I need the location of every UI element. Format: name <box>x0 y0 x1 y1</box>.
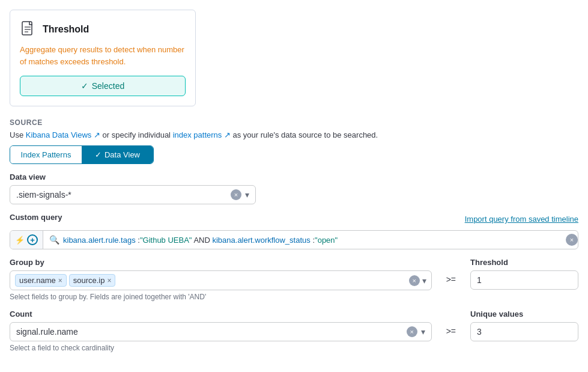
threshold-label: Threshold <box>470 258 578 267</box>
group-by-label: Group by <box>10 258 432 267</box>
tab-data-view-label: Data View <box>105 150 140 159</box>
source-desc-suffix: as your rule's data source to be searche… <box>231 130 378 139</box>
tab-index-patterns[interactable]: Index Patterns <box>10 146 82 163</box>
group-by-chevron-icon[interactable]: ▾ <box>422 276 426 285</box>
unique-operator: >= <box>446 309 456 336</box>
query-text: kibana.alert.rule.tags :"Github UEBA" AN… <box>63 236 560 245</box>
group-by-hint: Select fields to group by. Fields are jo… <box>10 293 432 301</box>
threshold-input[interactable] <box>470 270 578 290</box>
source-tab-group: Index Patterns ✓ Data View <box>10 145 154 164</box>
count-controls: × ▾ <box>407 326 425 337</box>
source-ip-tag: source.ip × <box>69 274 116 287</box>
source-label: Source <box>10 118 578 127</box>
check-icon: ✓ <box>81 81 88 91</box>
threshold-card: Threshold Aggregate query results to det… <box>10 10 196 106</box>
threshold-card-header: Threshold <box>20 20 186 39</box>
count-field[interactable]: signal.rule.name × ▾ <box>10 322 432 341</box>
unique-values-input[interactable] <box>470 322 578 341</box>
unique-values-label: Unique values <box>470 309 578 319</box>
data-view-controls: × ▾ <box>231 189 249 200</box>
data-view-select[interactable]: .siem-signals-* × ▾ <box>10 185 256 204</box>
custom-query-label: Custom query <box>10 213 62 222</box>
source-desc-prefix: Use <box>10 130 26 139</box>
group-by-field[interactable]: user.name × source.ip × × ▾ <box>10 270 432 290</box>
tab-index-patterns-label: Index Patterns <box>21 150 71 159</box>
selected-button[interactable]: ✓ Selected <box>20 76 186 96</box>
source-desc-middle: or specify individual <box>100 130 173 139</box>
source-section: Source Use Kibana Data Views ↗ or specif… <box>10 118 578 164</box>
check-circle-icon: ✓ <box>95 150 102 159</box>
source-description: Use Kibana Data Views ↗ or specify indiv… <box>10 130 578 139</box>
count-unique-row: Count signal.rule.name × ▾ Select a fiel… <box>10 309 578 352</box>
tab-data-view[interactable]: ✓ Data View <box>82 146 153 163</box>
group-by-clear-button[interactable]: × <box>409 275 420 286</box>
user-name-tag-remove[interactable]: × <box>58 276 62 285</box>
selected-label: Selected <box>92 81 124 91</box>
query-input-area[interactable]: 🔍 kibana.alert.rule.tags :"Github UEBA" … <box>43 231 566 248</box>
filter-icon[interactable]: ⚡ <box>15 236 25 245</box>
chevron-down-icon[interactable]: ▾ <box>245 190 249 200</box>
user-name-tag-label: user.name <box>19 276 56 285</box>
import-timeline-link[interactable]: Import query from saved timeline <box>465 215 578 224</box>
count-chevron-icon[interactable]: ▾ <box>421 327 425 337</box>
search-icon: 🔍 <box>49 235 59 245</box>
kibana-data-views-link[interactable]: Kibana Data Views ↗ <box>26 130 100 139</box>
add-filter-button[interactable]: + <box>27 234 38 245</box>
unique-values-col: Unique values <box>470 309 578 341</box>
group-threshold-row: Group by user.name × source.ip × × ▾ Sel… <box>10 258 578 301</box>
source-ip-tag-label: source.ip <box>73 276 105 285</box>
data-view-clear-button[interactable]: × <box>231 189 241 200</box>
index-patterns-link[interactable]: index patterns ↗ <box>173 130 231 139</box>
user-name-tag: user.name × <box>15 274 67 287</box>
document-icon <box>20 20 37 39</box>
threshold-card-title: Threshold <box>43 24 89 35</box>
svg-rect-0 <box>22 22 32 35</box>
group-by-col: Group by user.name × source.ip × × ▾ Sel… <box>10 258 432 301</box>
threshold-col: Threshold <box>470 258 578 290</box>
group-by-controls: × ▾ <box>409 275 426 286</box>
count-hint: Select a field to check cardinality <box>10 344 432 352</box>
query-clear-button[interactable]: × <box>566 234 578 246</box>
threshold-operator: >= <box>446 258 456 284</box>
count-value: signal.rule.name <box>16 327 407 337</box>
threshold-card-desc: Aggregate query results to detect when n… <box>20 44 186 67</box>
count-col: Count signal.rule.name × ▾ Select a fiel… <box>10 309 432 352</box>
source-ip-tag-remove[interactable]: × <box>107 276 111 285</box>
data-view-label: Data view <box>10 172 578 181</box>
data-view-section: Data view .siem-signals-* × ▾ <box>10 172 578 204</box>
custom-query-section: Custom query Import query from saved tim… <box>10 213 578 249</box>
custom-query-header: Custom query Import query from saved tim… <box>10 213 578 225</box>
count-clear-button[interactable]: × <box>407 326 417 337</box>
data-view-value: .siem-signals-* <box>16 190 231 200</box>
query-toolbar-left: ⚡ + <box>10 231 43 249</box>
count-label: Count <box>10 309 432 319</box>
query-toolbar: ⚡ + 🔍 kibana.alert.rule.tags :"Github UE… <box>10 230 578 249</box>
